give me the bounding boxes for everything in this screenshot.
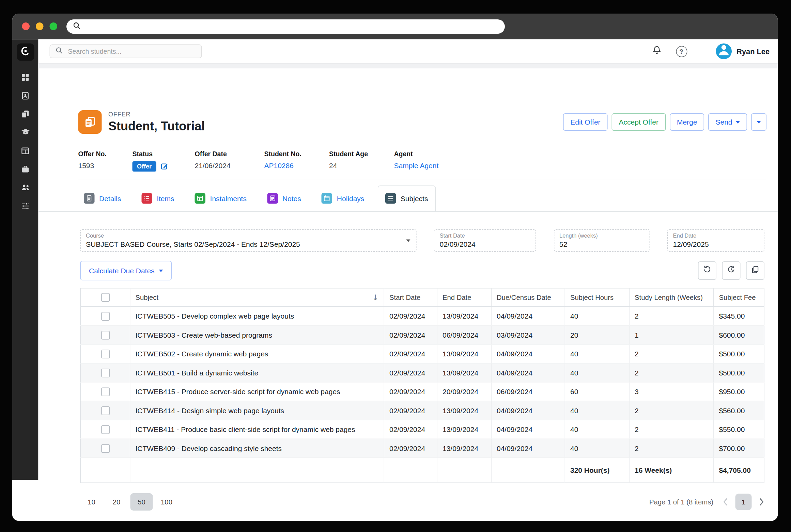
table-row: ICTWEB414 - Design simple web page layou… [80,401,764,420]
caret-down-icon [736,121,740,124]
refresh-button[interactable] [698,261,716,280]
row-checkbox[interactable] [101,425,110,434]
page-size-50[interactable]: 50 [130,493,153,511]
copy-button[interactable] [746,261,764,280]
cell-subject-fee: $500.00 [714,344,764,364]
start-date-field[interactable]: Start Date 02/09/2024 [434,229,536,252]
summary-weeks: 16 Week(s) [629,458,714,483]
app-logo[interactable] [17,44,34,61]
sidebar-item-offers[interactable] [12,106,38,124]
zoom-window-button[interactable] [50,22,58,30]
send-button[interactable]: Send [708,113,747,131]
user-avatar[interactable] [716,44,732,60]
refresh-icon [703,265,712,276]
person-icon [716,44,732,60]
cell-subject-hours: 60 [565,382,629,401]
row-checkbox[interactable] [101,387,110,396]
help-button[interactable]: ? [676,46,687,57]
row-checkbox[interactable] [101,350,110,358]
column-header-subject-hours[interactable]: Subject Hours [565,288,629,307]
cell-due-census-date: 04/09/2024 [491,307,565,326]
sidebar-item-services[interactable] [12,161,38,179]
end-date-field[interactable]: End Date 12/09/2025 [667,229,764,252]
offer-no-value: 1593 [78,161,133,170]
offer-info-row: Offer No. 1593 Status Offer Offer [78,150,767,172]
sidebar-item-contacts[interactable] [12,87,38,106]
agent-link[interactable]: Sample Agent [394,161,439,170]
calculate-due-dates-button[interactable]: Calculate Due Dates [80,261,172,280]
page-size-100[interactable]: 100 [155,493,178,511]
previous-page-button[interactable] [723,497,728,506]
row-checkbox[interactable] [101,312,110,321]
browser-search-bar[interactable] [66,19,505,34]
merge-button[interactable]: Merge [670,113,704,131]
screen: ? Ryan Lee OFFER Stud [0,0,791,532]
column-header-study-length[interactable]: Study Length (Weeks) [629,288,714,307]
sort-descending-icon[interactable]: ↓ [372,293,379,302]
sidebar-item-dashboard[interactable] [12,69,38,87]
cell-end-date: 20/09/2024 [437,382,491,401]
next-page-button[interactable] [759,497,765,506]
sidebar-item-courses[interactable] [12,124,38,143]
sidebar [12,39,38,480]
row-checkbox[interactable] [101,406,110,415]
column-header-subject-fee[interactable]: Subject Fee [714,288,764,307]
edit-offer-button[interactable]: Edit Offer [563,113,607,131]
close-window-button[interactable] [22,22,30,30]
accept-offer-button[interactable]: Accept Offer [612,113,666,131]
cell-end-date: 13/09/2024 [437,401,491,420]
row-checkbox-cell [80,363,130,382]
pagination-bar: 10 20 50 100 Page 1 of 1 (8 items) 1 [80,493,765,511]
app-header: ? Ryan Lee [38,39,778,64]
column-header-due-census-date[interactable]: Due/Census Date [491,288,565,307]
tab-subjects[interactable]: Subjects [377,186,436,212]
search-input[interactable] [67,47,197,56]
sidebar-item-agents[interactable] [12,179,38,198]
cell-subject: ICTWEB502 - Create dynamic web pages [130,344,384,364]
row-checkbox-cell [80,382,130,401]
table-row: ICTWEB411 - Produce basic client-side sc… [80,420,764,439]
cell-subject-hours: 40 [565,344,629,364]
page-size-20[interactable]: 20 [105,493,128,511]
minimize-window-button[interactable] [36,22,44,30]
items-list-icon [141,193,152,204]
history-button[interactable] [722,261,741,280]
offer-kicker: OFFER [108,111,205,118]
cell-start-date: 02/09/2024 [384,325,437,344]
send-options-button[interactable] [751,113,766,131]
column-header-subject[interactable]: Subject↓ [130,288,384,307]
student-no-link[interactable]: AP10286 [264,161,294,170]
cell-due-census-date: 06/09/2024 [491,382,565,401]
select-all-checkbox[interactable] [101,293,110,302]
page-info: Page 1 of 1 (8 items) [649,498,713,506]
cell-subject-hours: 40 [565,363,629,382]
subjects-list-icon [385,193,396,204]
row-checkbox[interactable] [101,369,110,377]
row-checkbox[interactable] [101,444,110,453]
cell-subject: ICTWEB505 - Develop complex web page lay… [130,307,384,326]
page-size-10[interactable]: 10 [80,493,103,511]
column-header-start-date[interactable]: Start Date [384,288,437,307]
sidebar-item-settings[interactable] [12,198,38,216]
page-number-button[interactable]: 1 [735,494,752,510]
contacts-icon [21,91,30,102]
tab-items[interactable]: Items [134,186,181,212]
notifications-button[interactable] [652,46,662,58]
column-header-end-date[interactable]: End Date [437,288,491,307]
holidays-calendar-icon [322,193,332,204]
tab-instalments[interactable]: Instalments [188,186,254,212]
status-badge: Offer [133,161,156,172]
sidebar-item-reports[interactable] [12,143,38,161]
tab-notes[interactable]: Notes [260,186,308,212]
cell-subject-fee: $700.00 [714,439,764,458]
cell-subject-fee: $345.00 [714,307,764,326]
table-body: ICTWEB505 - Develop complex web page lay… [80,307,764,458]
length-weeks-field[interactable]: Length (weeks) 52 [554,229,650,252]
tab-holidays[interactable]: Holidays [314,186,372,212]
user-name[interactable]: Ryan Lee [736,47,770,55]
course-select[interactable]: Course SUBJECT BASED Course, Starts 02/S… [80,229,417,252]
edit-status-icon[interactable] [160,162,169,172]
tab-details[interactable]: Details [77,186,128,212]
table-row: ICTWEB505 - Develop complex web page lay… [80,307,764,326]
row-checkbox[interactable] [101,331,110,340]
